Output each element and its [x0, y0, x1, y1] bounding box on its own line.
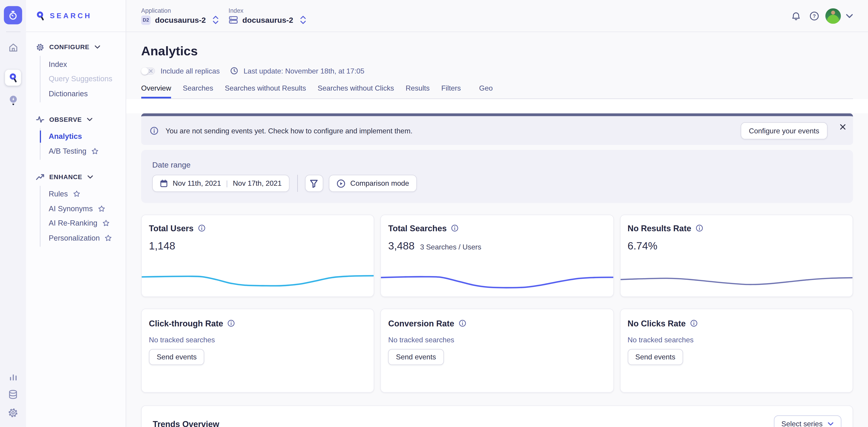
index-selector[interactable]: Index docusaurus-2: [228, 7, 306, 24]
settings-button[interactable]: [8, 408, 18, 418]
chevron-down-icon: [87, 118, 92, 121]
info-icon[interactable]: [695, 224, 703, 232]
nav-items-configure: Index Query Suggestions Dictionaries: [40, 56, 120, 102]
click-through-rate-card: Click-through Rate No tracked searches S…: [141, 309, 375, 393]
toggle-off-icon: [149, 69, 153, 73]
trending-up-icon: [36, 173, 44, 180]
configure-events-button[interactable]: Configure your events: [741, 122, 828, 139]
user-menu-button[interactable]: [846, 14, 853, 18]
svg-text:?: ?: [813, 13, 816, 19]
card-status: No tracked searches: [149, 336, 367, 344]
sidebar-item-personalization[interactable]: Personalization: [49, 231, 120, 245]
search-icon: [9, 73, 18, 83]
server-icon: [228, 15, 238, 24]
nav-header-enhance[interactable]: ENHANCE: [36, 171, 120, 182]
nav-header-configure[interactable]: CONFIGURE: [36, 41, 120, 53]
chevron-down-icon: [846, 14, 853, 18]
events-banner: You are not sending events yet. Check ho…: [141, 113, 853, 145]
nav-header-label: OBSERVE: [49, 116, 82, 123]
sidebar-item-label: Query Suggestions: [49, 75, 112, 83]
sidebar-item-ai-synonyms[interactable]: AI Synonyms: [49, 201, 120, 216]
tab-searches-without-clicks[interactable]: Searches without Clicks: [318, 84, 394, 98]
nav-header-observe[interactable]: OBSERVE: [36, 113, 120, 125]
chevron-down-icon: [87, 175, 93, 178]
tab-searches[interactable]: Searches: [183, 84, 213, 98]
index-label: Index: [228, 7, 306, 14]
sidebar-item-ab-testing[interactable]: A/B Testing: [49, 144, 120, 158]
sidebar-item-query-suggestions[interactable]: Query Suggestions: [49, 72, 120, 86]
topbar-right: ?: [791, 8, 853, 24]
content: Analytics Include all replicas Last upda…: [126, 44, 868, 427]
sidebar-item-rules[interactable]: Rules: [49, 187, 120, 201]
nav-section-enhance: ENHANCE Rules AI Synonyms: [36, 171, 120, 246]
tabs-gap: [126, 99, 868, 113]
monitoring-button[interactable]: [8, 372, 18, 382]
star-icon: [98, 205, 105, 212]
nav-header-label: ENHANCE: [49, 173, 82, 180]
panel-divider: [297, 175, 298, 192]
star-icon: [105, 234, 112, 242]
rail-bottom-group: [8, 372, 18, 418]
card-title: Click-through Rate: [149, 319, 223, 328]
logo-text: SEARCH: [50, 11, 92, 20]
tab-results[interactable]: Results: [406, 84, 430, 98]
recommend-product-button[interactable]: [9, 95, 18, 106]
sidebar-item-index[interactable]: Index: [49, 57, 120, 71]
tab-overview[interactable]: Overview: [141, 84, 171, 98]
sidebar-item-ai-re-ranking[interactable]: AI Re-Ranking: [49, 216, 120, 231]
conversion-rate-card: Conversion Rate No tracked searches Send…: [380, 309, 614, 393]
include-replicas-label: Include all replicas: [161, 67, 220, 75]
sidebar-item-label: AI Re-Ranking: [49, 219, 97, 227]
select-series-label: Select series: [781, 420, 823, 427]
index-value: docusaurus-2: [242, 15, 293, 24]
search-logo-icon: [36, 11, 45, 21]
date-range-panel: Date range Nov 11th, 2021 | Nov 17th,: [141, 150, 853, 203]
search-product-button[interactable]: [5, 70, 21, 86]
info-icon[interactable]: [198, 224, 205, 232]
total-users-sparkline: [142, 269, 374, 294]
info-icon[interactable]: [451, 224, 458, 232]
bar-chart-icon: [8, 372, 18, 382]
sidebar-item-label: Index: [49, 60, 67, 68]
timer-app-button[interactable]: [4, 6, 22, 24]
send-events-button[interactable]: Send events: [388, 349, 444, 365]
help-icon: ?: [809, 11, 819, 21]
insight-cards-row: Click-through Rate No tracked searches S…: [141, 309, 853, 393]
filter-button[interactable]: [305, 175, 323, 192]
trends-overview-card: Trends Overview Select series: [141, 405, 853, 427]
select-series-button[interactable]: Select series: [774, 416, 841, 427]
star-icon: [73, 190, 80, 198]
app-window: SEARCH CONFIGURE: [0, 0, 868, 427]
info-icon[interactable]: [459, 320, 466, 327]
send-events-button[interactable]: Send events: [149, 349, 205, 365]
card-value: 3,488: [388, 240, 415, 252]
card-title: Total Users: [149, 224, 194, 233]
application-label: Application: [141, 7, 219, 13]
card-title: Conversion Rate: [388, 319, 454, 328]
sidebar-item-analytics[interactable]: Analytics: [49, 129, 120, 143]
no-results-rate-card: No Results Rate 6.74%: [620, 215, 853, 297]
meta-row: Include all replicas Last update: Novemb…: [141, 66, 853, 76]
include-replicas-toggle[interactable]: [141, 67, 155, 74]
info-icon[interactable]: [690, 320, 698, 327]
home-nav-button[interactable]: [8, 42, 18, 53]
help-button[interactable]: ?: [809, 11, 819, 21]
card-title: No Clicks Rate: [628, 319, 686, 328]
comparison-mode-button[interactable]: Comparison mode: [329, 175, 417, 192]
star-icon: [102, 220, 110, 227]
sidebar-item-dictionaries[interactable]: Dictionaries: [49, 86, 120, 101]
date-range-picker[interactable]: Nov 11th, 2021 | Nov 17th, 2021: [152, 175, 289, 192]
info-icon[interactable]: [227, 320, 235, 327]
gear-icon: [36, 43, 44, 51]
notifications-button[interactable]: [791, 11, 801, 21]
send-events-button[interactable]: Send events: [628, 349, 683, 365]
close-icon[interactable]: [840, 124, 846, 130]
application-selector[interactable]: Application D2 docusaurus-2: [141, 7, 219, 25]
tab-searches-without-results[interactable]: Searches without Results: [225, 84, 306, 98]
data-button[interactable]: [8, 389, 18, 400]
avatar[interactable]: [826, 8, 841, 24]
sidebar-item-label: Personalization: [49, 234, 100, 242]
tab-filters[interactable]: Filters: [441, 84, 461, 98]
lightbulb-icon: [9, 95, 18, 106]
tab-geo[interactable]: Geo: [479, 84, 493, 98]
